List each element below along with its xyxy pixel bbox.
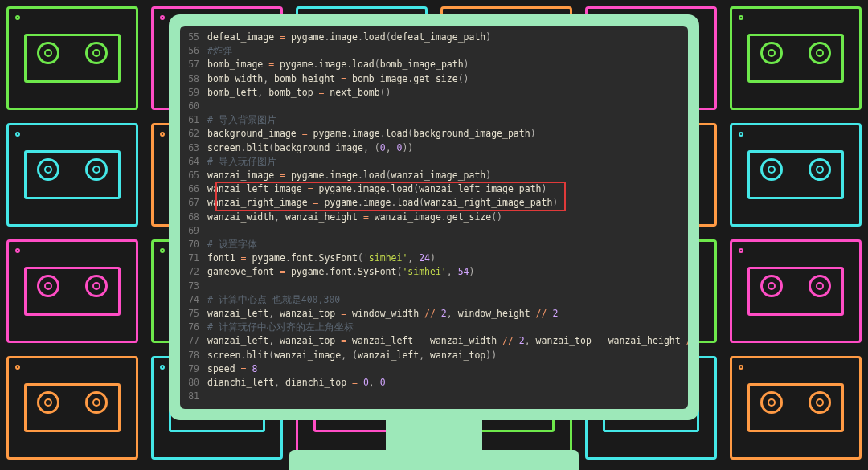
line-number: 65	[180, 169, 207, 182]
code-line[interactable]: 75wanzai_left, wanzai_top = window_width…	[180, 307, 688, 321]
cassette-icon	[730, 6, 862, 110]
line-number: 72	[180, 265, 207, 279]
line-number: 77	[180, 334, 207, 348]
line-number: 76	[180, 321, 207, 334]
line-number: 56	[180, 44, 207, 58]
cassette-icon	[730, 356, 862, 460]
cassette-icon	[730, 239, 862, 343]
line-number: 64	[180, 155, 207, 169]
code-line[interactable]: 68wanzai_width, wanzai_height = wanzai_i…	[180, 210, 688, 224]
line-number: 70	[180, 238, 207, 251]
code-content: bomb_left, bomb_top = next_bomb()	[207, 86, 688, 100]
code-line[interactable]: 60	[180, 100, 688, 113]
line-number: 63	[180, 141, 207, 155]
code-content: screen.blit(wanzai_image, (wanzai_left, …	[207, 349, 688, 362]
code-line[interactable]: 77wanzai_left, wanzai_top = wanzai_left …	[180, 334, 688, 348]
code-content: # 计算玩仔中心对齐的左上角坐标	[207, 321, 688, 334]
line-number: 68	[180, 210, 207, 224]
code-line[interactable]: 73	[180, 280, 688, 293]
code-line[interactable]: 67wanzai_right_image = pygame.image.load…	[180, 196, 688, 210]
code-content: gameove_font = pygame.font.SysFont('simh…	[207, 265, 688, 279]
line-number: 61	[180, 113, 207, 127]
code-content: # 导入玩仔图片	[207, 155, 688, 169]
code-content: wanzai_image = pygame.image.load(wanzai_…	[207, 169, 688, 182]
code-line[interactable]: 61# 导入背景图片	[180, 113, 688, 127]
code-content: #炸弹	[207, 44, 688, 58]
code-content: # 设置字体	[207, 238, 688, 251]
monitor-frame: 55defeat_image = pygame.image.load(defea…	[169, 14, 699, 420]
line-number: 75	[180, 307, 207, 321]
code-line[interactable]: 65wanzai_image = pygame.image.load(wanza…	[180, 169, 688, 182]
monitor-stand	[386, 416, 482, 464]
code-line[interactable]: 80dianchi_left, dianchi_top = 0, 0	[180, 376, 688, 390]
code-content: screen.blit(background_image, (0, 0))	[207, 141, 688, 155]
code-line[interactable]: 58bomb_width, bomb_height = bomb_image.g…	[180, 72, 688, 86]
code-line[interactable]: 81	[180, 390, 688, 403]
line-number: 80	[180, 376, 207, 390]
code-content: defeat_image = pygame.image.load(defeat_…	[207, 31, 688, 44]
cassette-icon	[6, 356, 138, 460]
line-number: 55	[180, 31, 207, 44]
line-number: 74	[180, 293, 207, 307]
line-number: 78	[180, 349, 207, 362]
line-number: 58	[180, 72, 207, 86]
line-number: 60	[180, 100, 207, 113]
code-content: wanzai_left, wanzai_top = window_width /…	[207, 307, 688, 321]
code-content	[207, 390, 688, 403]
line-number: 57	[180, 58, 207, 72]
code-content	[207, 100, 688, 113]
line-number: 62	[180, 127, 207, 141]
code-content: # 导入背景图片	[207, 113, 688, 127]
cassette-icon	[6, 239, 138, 343]
code-line[interactable]: 70# 设置字体	[180, 238, 688, 251]
line-number: 71	[180, 251, 207, 265]
code-content: dianchi_left, dianchi_top = 0, 0	[207, 376, 688, 390]
code-content	[207, 224, 688, 238]
line-number: 81	[180, 390, 207, 403]
code-line[interactable]: 55defeat_image = pygame.image.load(defea…	[180, 31, 688, 44]
line-number: 67	[180, 196, 207, 210]
code-line[interactable]: 64# 导入玩仔图片	[180, 155, 688, 169]
line-number: 69	[180, 224, 207, 238]
code-content: bomb_image = pygame.image.load(bomb_imag…	[207, 58, 688, 72]
code-content: bomb_width, bomb_height = bomb_image.get…	[207, 72, 688, 86]
cassette-icon	[730, 123, 862, 227]
code-line[interactable]: 76# 计算玩仔中心对齐的左上角坐标	[180, 321, 688, 334]
cassette-icon	[6, 123, 138, 227]
code-line[interactable]: 63screen.blit(background_image, (0, 0))	[180, 141, 688, 155]
code-content: wanzai_left_image = pygame.image.load(wa…	[207, 182, 688, 196]
cassette-icon	[6, 6, 138, 110]
line-number: 73	[180, 280, 207, 293]
code-content: # 计算中心点 也就是400,300	[207, 293, 688, 307]
code-line[interactable]: 72gameove_font = pygame.font.SysFont('si…	[180, 265, 688, 279]
code-content: wanzai_right_image = pygame.image.load(w…	[207, 196, 688, 210]
line-number: 66	[180, 182, 207, 196]
code-line[interactable]: 69	[180, 224, 688, 238]
code-line[interactable]: 78screen.blit(wanzai_image, (wanzai_left…	[180, 349, 688, 362]
code-content: wanzai_left, wanzai_top = wanzai_left - …	[207, 334, 688, 348]
code-line[interactable]: 57bomb_image = pygame.image.load(bomb_im…	[180, 58, 688, 72]
code-line[interactable]: 71font1 = pygame.font.SysFont('simhei', …	[180, 251, 688, 265]
code-line[interactable]: 59bomb_left, bomb_top = next_bomb()	[180, 86, 688, 100]
code-content: background_image = pygame.image.load(bac…	[207, 127, 688, 141]
code-editor[interactable]: 55defeat_image = pygame.image.load(defea…	[180, 26, 688, 409]
code-content: speed = 8	[207, 362, 688, 376]
code-line[interactable]: 79speed = 8	[180, 362, 688, 376]
code-content	[207, 280, 688, 293]
code-line[interactable]: 74# 计算中心点 也就是400,300	[180, 293, 688, 307]
line-number: 59	[180, 86, 207, 100]
code-line[interactable]: 62background_image = pygame.image.load(b…	[180, 127, 688, 141]
code-content: font1 = pygame.font.SysFont('simhei', 24…	[207, 251, 688, 265]
code-line[interactable]: 66wanzai_left_image = pygame.image.load(…	[180, 182, 688, 196]
code-content: wanzai_width, wanzai_height = wanzai_ima…	[207, 210, 688, 224]
line-number: 79	[180, 362, 207, 376]
code-line[interactable]: 56#炸弹	[180, 44, 688, 58]
